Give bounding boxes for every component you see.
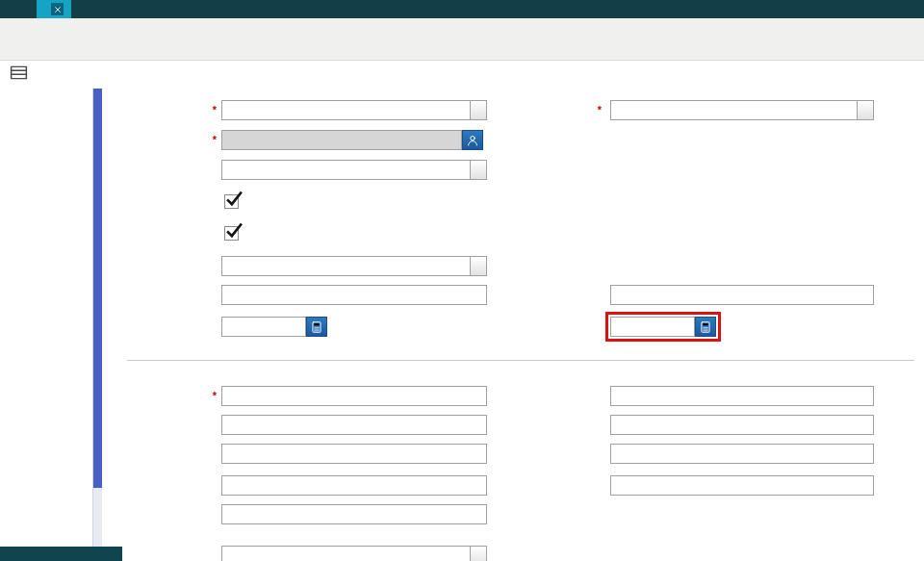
social-security-field xyxy=(610,475,874,496)
expiry-month-calculator-button[interactable] xyxy=(306,317,327,337)
drivers-license-field xyxy=(221,475,487,496)
name-field xyxy=(221,386,487,406)
person-icon xyxy=(466,134,479,147)
main-toolbar xyxy=(0,18,924,61)
state-input[interactable] xyxy=(226,445,486,463)
city-field xyxy=(221,415,487,435)
close-tab-icon[interactable] xyxy=(51,3,64,15)
business-partner-group xyxy=(221,130,483,150)
user-select[interactable] xyxy=(221,160,487,180)
expiry-month-input[interactable] xyxy=(226,318,305,336)
status-bar xyxy=(0,547,122,561)
business-partner-zoom-button[interactable] xyxy=(462,130,483,150)
address-input[interactable] xyxy=(615,387,873,405)
sidebar-scrollbar[interactable] xyxy=(92,89,102,561)
company-label[interactable] xyxy=(38,104,217,116)
business-partner-field[interactable] xyxy=(221,130,462,150)
reference-section-header xyxy=(114,358,914,361)
account-country-input[interactable] xyxy=(615,445,873,463)
verification-code-field xyxy=(610,285,874,305)
section-divider xyxy=(127,360,914,361)
calculator-icon xyxy=(699,320,712,334)
email-account-field xyxy=(221,504,487,524)
secondary-toolbar xyxy=(0,62,31,89)
expiry-year-input[interactable] xyxy=(615,318,694,336)
tab-socio-del-negocio[interactable] xyxy=(37,0,71,18)
active-checkbox[interactable] xyxy=(224,194,239,209)
expiry-year-field xyxy=(610,317,695,337)
address-field xyxy=(610,386,874,406)
postal-code-field xyxy=(610,415,874,435)
number-input[interactable] xyxy=(226,286,486,304)
account-country-field xyxy=(610,444,874,464)
name-label xyxy=(38,390,217,402)
business-partner-label[interactable] xyxy=(38,134,217,146)
organization-dropdown-icon[interactable] xyxy=(857,101,873,119)
drivers-license-input[interactable] xyxy=(226,476,486,495)
expiry-month-field xyxy=(221,317,306,337)
toggle-detail-button[interactable] xyxy=(6,62,31,87)
state-field xyxy=(221,444,487,464)
address-verified-select[interactable] xyxy=(221,546,487,561)
city-input[interactable] xyxy=(226,416,486,434)
check-icon xyxy=(224,220,244,241)
verification-code-input[interactable] xyxy=(615,286,873,304)
organization-label[interactable] xyxy=(424,104,602,116)
expiry-year-highlight xyxy=(605,312,721,342)
social-security-input[interactable] xyxy=(615,476,873,495)
tab-menu[interactable] xyxy=(0,0,21,18)
address-verified-dropdown-icon[interactable] xyxy=(470,547,486,561)
calculator-icon xyxy=(310,320,323,334)
postal-code-input[interactable] xyxy=(615,416,873,434)
organization-select[interactable] xyxy=(610,100,874,120)
expiry-year-calculator-button[interactable] xyxy=(695,317,716,337)
user-dropdown-icon[interactable] xyxy=(470,161,486,179)
number-field xyxy=(221,285,487,305)
ach-checkbox[interactable] xyxy=(224,226,239,241)
window-tab-bar xyxy=(0,0,924,18)
credit-card-dropdown-icon[interactable] xyxy=(470,257,486,275)
expiry-month-group xyxy=(221,317,327,337)
name-input[interactable] xyxy=(226,387,486,405)
check-icon xyxy=(224,189,244,209)
application-window xyxy=(0,0,924,561)
credit-card-select[interactable] xyxy=(221,256,487,276)
detail-grid-icon xyxy=(9,63,29,83)
sidebar-scrollbar-thumb[interactable] xyxy=(93,89,102,488)
email-account-input[interactable] xyxy=(226,505,486,523)
